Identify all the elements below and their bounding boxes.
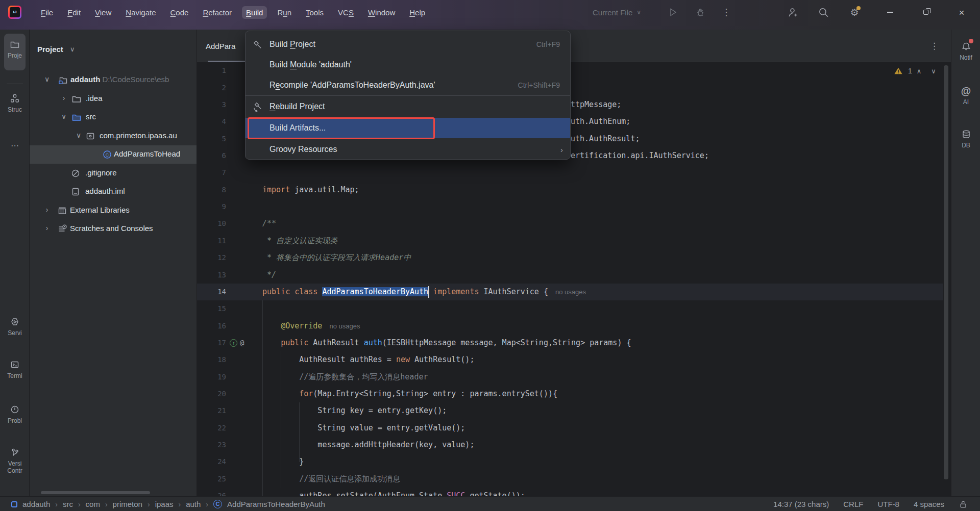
line-number: 11 [197,233,226,249]
indent-widget[interactable]: 4 spaces [914,500,944,508]
caret-position-widget[interactable]: 14:37 (23 chars) [773,500,829,508]
unlocked-icon[interactable] [959,500,968,509]
menu-edit[interactable]: Edit [63,6,85,19]
code-text: //遍历参数集合，均写入消息header [262,369,428,386]
tree-item-label: .gitignore [85,168,117,177]
sidebar-item-services[interactable]: Servi [0,315,30,337]
breadcrumb-item-auth[interactable]: auth [186,500,201,508]
line-number: 13 [197,267,226,284]
line-number: 14 [197,284,226,300]
line-number: 7 [197,164,226,181]
sidebar-item-project[interactable]: Proje [0,38,30,59]
sidebar-item-version-control[interactable]: VersiContr [0,446,30,474]
intellij-logo-icon[interactable]: IJ [8,6,21,19]
close-button[interactable]: × [950,0,973,24]
sidebar-item-more[interactable]: ⋯ [0,139,30,152]
overrides-method-icon[interactable]: ↑ [230,339,237,347]
menu-window[interactable]: Window [364,6,399,19]
breadcrumb-item-addauth[interactable]: addauth [22,500,50,508]
file-icon [70,187,81,197]
menu-code[interactable]: Code [166,6,193,19]
run-configuration-selector[interactable]: Current File ∨ [593,0,641,24]
minimize-button[interactable] [878,0,902,24]
chevron-collapsed-icon[interactable]: › [60,94,67,102]
menu-item-build-module-addauth[interactable]: Build Module 'addauth' [246,55,570,75]
menu-file[interactable]: File [37,6,57,19]
chevron-down-icon[interactable]: ∨ [70,45,75,53]
code-line-20: 20 for(Map.Entry<String,String> entry : … [197,386,943,402]
sidebar-item-notifications[interactable]: Notif [951,40,980,61]
project-horizontal-scrollbar[interactable] [41,491,150,494]
code-line-16: 16 @Overrideno usages [197,318,943,335]
code-fragment: uth.AuthEnum; [571,113,630,130]
menu-build[interactable]: Build [242,6,267,19]
tree-item-scratches-and-consoles[interactable]: ›Scratches and Consoles [30,220,197,238]
tree-item-external-libraries[interactable]: ›External Libraries [30,201,197,220]
menu-item-groovy-resources[interactable]: Groovy Resources› [246,139,570,160]
code-line-24: 24 } [197,453,943,470]
line-number: 21 [197,402,226,419]
run-button[interactable] [663,0,681,24]
structure-icon [8,92,21,105]
vcs-icon [8,446,21,459]
menu-item-build-project[interactable]: Build ProjectCtrl+F9 [246,34,570,55]
breadcrumb-item-src[interactable]: src [63,500,73,508]
chevron-collapsed-icon[interactable]: › [43,206,51,214]
line-ending-widget[interactable]: CRLF [843,500,863,508]
restore-button[interactable] [914,0,938,24]
menu-item-label: Groovy Resources [270,145,337,154]
breadcrumb-separator-icon: › [206,500,208,508]
sidebar-item-problems[interactable]: Probl [0,403,30,424]
more-actions-button[interactable]: ⋮ [717,0,736,24]
title-bar: IJ FileEditViewNavigateCodeRefactorBuild… [0,0,980,30]
menu-vcs[interactable]: VCS [334,6,358,19]
menu-view[interactable]: View [91,6,115,19]
menu-navigate[interactable]: Navigate [121,6,160,19]
inlay-hint[interactable]: no usages [329,322,360,330]
tree-item-idea[interactable]: ›.idea [30,90,197,108]
chevron-expanded-icon[interactable]: ∨ [60,112,67,120]
sidebar-item-database[interactable]: DB [951,127,980,149]
encoding-widget[interactable]: UTF-8 [877,500,899,508]
sidebar-item-ai-assistant[interactable]: @AI [951,84,980,106]
menu-run[interactable]: Run [273,6,296,19]
search-icon [818,7,829,18]
code-fragment: uth.AuthResult; [571,131,640,147]
line-number: 10 [197,215,226,232]
tree-item-addauth-iml[interactable]: addauth.iml [30,183,197,201]
debug-button[interactable] [691,0,709,24]
editor-options-button[interactable]: ⋮ [930,30,939,62]
module-icon [11,501,17,507]
chevron-collapsed-icon[interactable]: › [43,224,51,232]
breadcrumb-item-com[interactable]: com [86,500,100,508]
menu-item-recompile-addparamstoheaderbyauth-java[interactable]: Recompile 'AddParamsToHeaderByAuth.java'… [246,75,570,95]
search-everywhere-button[interactable] [814,0,832,24]
code-with-me-button[interactable] [783,0,802,24]
sidebar-item-structure[interactable]: Struc [0,92,30,113]
chevron-expanded-icon[interactable]: ∨ [43,75,51,83]
editor-tab-addparamstoheaderbyauth[interactable]: AddPara [206,30,235,62]
tree-item-addparamstohead[interactable]: CAddParamsToHead [30,145,197,164]
code-text: String key = entry.getKey(); [262,402,447,419]
editor-vertical-scrollbar[interactable] [944,65,948,479]
line-number: 18 [197,351,226,368]
menu-help[interactable]: Help [405,6,429,19]
sidebar-item-label: Contr [0,467,30,474]
menu-refactor[interactable]: Refactor [199,6,236,19]
breadcrumb-item-addparamstoheaderbyauth[interactable]: AddParamsToHeaderByAuth [227,500,325,508]
breadcrumb-item-ipaas[interactable]: ipaas [155,500,174,508]
tree-item-src[interactable]: ∨src [30,108,197,126]
sidebar-item-terminal[interactable]: Termi [0,358,30,379]
tree-item-com-primeton-ipaas-au[interactable]: ∨com.primeton.ipaas.au [30,127,197,145]
menu-item-rebuild-project[interactable]: Rebuild Project [246,96,570,117]
chevron-expanded-icon[interactable]: ∨ [75,131,82,139]
settings-button[interactable]: ⚙ [845,0,864,24]
code-line-9: 9 [197,198,943,215]
line-number: 23 [197,437,226,453]
inlay-hint[interactable]: no usages [555,288,586,296]
tree-item-gitignore[interactable]: .gitignore [30,164,197,183]
menu-tools[interactable]: Tools [302,6,328,19]
tree-item-addauth[interactable]: ∨addauth D:\CodeSource\esb [30,71,197,89]
kebab-icon: ⋮ [722,7,731,18]
breadcrumb-item-primeton[interactable]: primeton [113,500,142,508]
